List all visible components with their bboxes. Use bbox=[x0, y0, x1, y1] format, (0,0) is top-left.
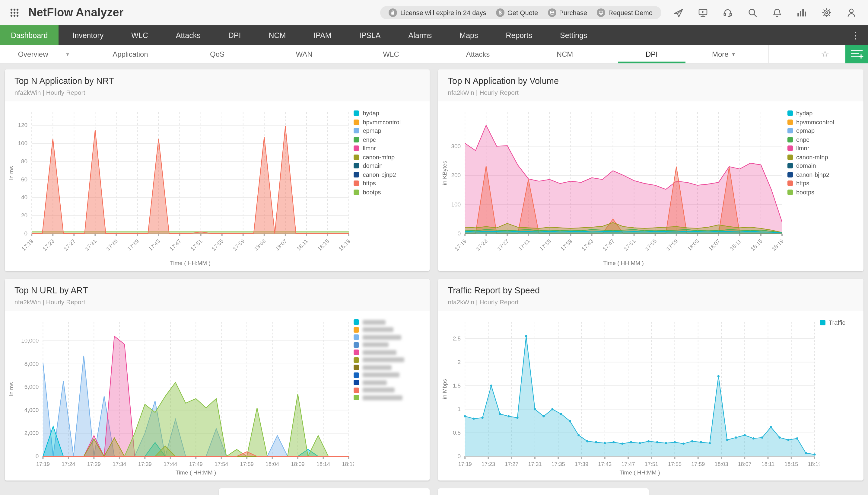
legend-item[interactable]: hydap bbox=[354, 110, 425, 117]
legend-label: hpvmmcontrol bbox=[796, 119, 834, 125]
rocket-icon[interactable] bbox=[672, 6, 684, 18]
svg-text:18:03: 18:03 bbox=[715, 461, 728, 467]
legend-item[interactable]: canon-bjnp2 bbox=[354, 171, 425, 178]
nav-item-wlc[interactable]: WLC bbox=[117, 25, 162, 45]
tab-ncm[interactable]: NCM bbox=[521, 45, 608, 63]
legend-item[interactable]: Traffic bbox=[820, 319, 858, 326]
purchase-button[interactable]: Purchase bbox=[548, 8, 587, 17]
chevron-down-icon: ▾ bbox=[66, 51, 69, 57]
request-demo-button[interactable]: Request Demo bbox=[597, 8, 653, 17]
license-expiry-label: License will expire in 24 days bbox=[400, 9, 486, 16]
kebab-menu-icon[interactable]: ⋮ bbox=[843, 25, 868, 45]
nav-item-alarms[interactable]: Alarms bbox=[395, 25, 446, 45]
legend-item[interactable] bbox=[354, 349, 425, 355]
legend-swatch bbox=[354, 319, 359, 325]
svg-text:18:07: 18:07 bbox=[274, 238, 288, 252]
legend-item[interactable] bbox=[354, 387, 425, 393]
nav-item-ipsla[interactable]: IPSLA bbox=[346, 25, 395, 45]
nav-item-attacks[interactable]: Attacks bbox=[162, 25, 214, 45]
tab-wlc[interactable]: WLC bbox=[348, 45, 435, 63]
get-quote-button[interactable]: $ Get Quote bbox=[496, 8, 538, 17]
nav-item-settings[interactable]: Settings bbox=[546, 25, 601, 45]
apps-grid-icon[interactable] bbox=[8, 6, 20, 18]
legend-swatch bbox=[354, 146, 359, 151]
legend-item[interactable]: https bbox=[354, 180, 425, 187]
favorite-star-icon[interactable]: ☆ bbox=[821, 49, 829, 59]
legend-swatch bbox=[354, 128, 359, 133]
legend-label: https bbox=[796, 180, 809, 187]
legend-item[interactable]: llmnr bbox=[354, 145, 425, 152]
svg-text:17:47: 17:47 bbox=[621, 461, 635, 467]
svg-text:18:19: 18:19 bbox=[771, 238, 785, 252]
tab-attacks[interactable]: Attacks bbox=[435, 45, 521, 63]
svg-text:300: 300 bbox=[451, 143, 461, 149]
legend-label: domain bbox=[796, 163, 816, 169]
nav-item-ncm[interactable]: NCM bbox=[255, 25, 300, 45]
legend-item[interactable]: epmap bbox=[787, 127, 858, 134]
coins-icon bbox=[548, 8, 556, 17]
legend-item[interactable] bbox=[354, 319, 425, 325]
more-label: More bbox=[712, 50, 729, 58]
legend-item[interactable]: domain bbox=[787, 163, 858, 169]
notifications-bell-icon[interactable] bbox=[771, 6, 783, 18]
legend-item[interactable]: hydap bbox=[787, 110, 858, 117]
demo-player-icon[interactable] bbox=[697, 6, 709, 18]
svg-text:17:43: 17:43 bbox=[581, 238, 595, 252]
legend-item[interactable] bbox=[354, 380, 425, 385]
partial-panel bbox=[219, 488, 430, 495]
legend-item[interactable]: canon-bjnp2 bbox=[787, 171, 858, 178]
svg-text:18:15: 18:15 bbox=[785, 461, 798, 467]
nav-item-inventory[interactable]: Inventory bbox=[58, 25, 117, 45]
nav-item-reports[interactable]: Reports bbox=[492, 25, 546, 45]
legend-item[interactable]: domain bbox=[354, 163, 425, 169]
legend-item[interactable]: bootps bbox=[354, 189, 425, 195]
search-icon[interactable] bbox=[746, 6, 758, 18]
svg-text:17:39: 17:39 bbox=[575, 461, 588, 467]
legend-item[interactable] bbox=[354, 342, 425, 347]
svg-text:0: 0 bbox=[24, 230, 28, 237]
legend-item[interactable]: llmnr bbox=[787, 145, 858, 152]
legend-item[interactable] bbox=[354, 357, 425, 362]
nav-item-dashboard[interactable]: Dashboard bbox=[0, 25, 58, 45]
tab-overview[interactable]: Overview ▾ bbox=[0, 45, 87, 63]
legend-swatch bbox=[354, 137, 359, 142]
topbar-icon-row bbox=[672, 6, 860, 18]
user-account-icon[interactable] bbox=[845, 6, 857, 18]
legend-item[interactable]: enpc bbox=[354, 136, 425, 143]
add-dashboard-button[interactable] bbox=[845, 45, 868, 63]
legend-item[interactable]: hpvmmcontrol bbox=[354, 119, 425, 125]
legend-item[interactable]: https bbox=[787, 180, 858, 187]
legend-item[interactable]: canon-mfnp bbox=[354, 154, 425, 160]
more-tabs-button[interactable]: More ▾ bbox=[695, 45, 752, 63]
tab-application[interactable]: Application bbox=[87, 45, 174, 63]
legend-item[interactable]: canon-mfnp bbox=[787, 154, 858, 160]
svg-text:17:55: 17:55 bbox=[668, 461, 681, 467]
license-expiry-banner[interactable]: License will expire in 24 days bbox=[389, 8, 486, 17]
legend-item[interactable]: bootps bbox=[787, 189, 858, 195]
svg-text:17:59: 17:59 bbox=[232, 238, 246, 252]
nav-item-ipam[interactable]: IPAM bbox=[300, 25, 345, 45]
legend-swatch bbox=[354, 372, 359, 378]
usage-bars-icon[interactable] bbox=[796, 6, 808, 18]
legend-item[interactable] bbox=[354, 395, 425, 400]
legend-item[interactable] bbox=[354, 364, 425, 370]
svg-text:17:47: 17:47 bbox=[169, 238, 182, 252]
tab-qos[interactable]: QoS bbox=[174, 45, 261, 63]
nav-item-dpi[interactable]: DPI bbox=[214, 25, 255, 45]
settings-gear-icon[interactable] bbox=[820, 6, 832, 18]
legend-swatch bbox=[354, 395, 359, 400]
legend-item[interactable]: epmap bbox=[354, 127, 425, 134]
svg-text:17:59: 17:59 bbox=[240, 461, 254, 467]
tab-dpi[interactable]: DPI bbox=[608, 45, 695, 63]
legend-item[interactable] bbox=[354, 372, 425, 378]
legend-item[interactable] bbox=[354, 335, 425, 340]
svg-text:40: 40 bbox=[21, 194, 28, 201]
nav-item-maps[interactable]: Maps bbox=[446, 25, 492, 45]
support-headset-icon[interactable] bbox=[721, 6, 733, 18]
legend-swatch bbox=[787, 163, 793, 168]
legend-item[interactable]: enpc bbox=[787, 136, 858, 143]
legend-item[interactable] bbox=[354, 327, 425, 332]
svg-text:17:31: 17:31 bbox=[517, 238, 531, 252]
tab-wan[interactable]: WAN bbox=[261, 45, 348, 63]
legend-item[interactable]: hpvmmcontrol bbox=[787, 119, 858, 125]
